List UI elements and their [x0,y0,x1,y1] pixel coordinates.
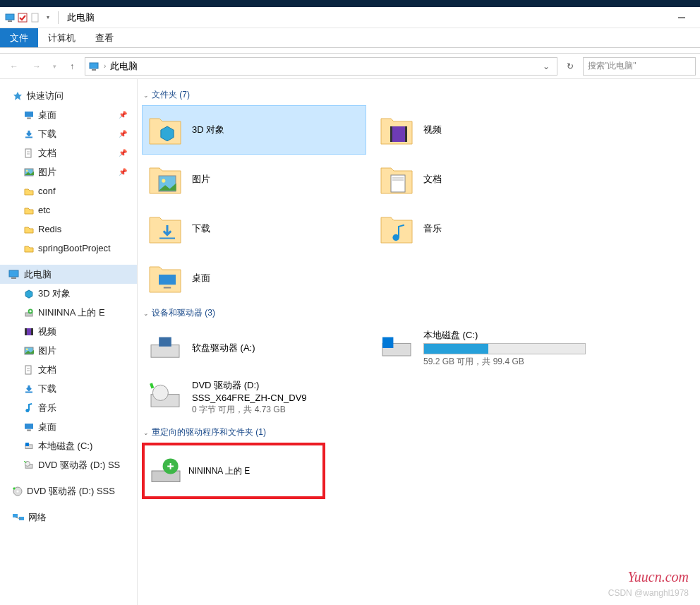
sidebar-item[interactable]: 音乐 [0,398,137,417]
svg-rect-10 [25,136,32,138]
svg-rect-1 [8,20,12,22]
music-icon [380,212,414,246]
sidebar-item[interactable]: 本地磁盘 (C:) [0,436,137,455]
pc-icon [8,270,20,280]
svg-rect-28 [25,391,32,393]
search-input[interactable]: 搜索"此电脑" [583,57,696,76]
svg-rect-22 [31,328,33,335]
refresh-button[interactable]: ↻ [560,56,580,76]
pictures-icon [24,167,34,177]
pin-icon: 📌 [119,168,127,176]
chevron-down-icon: ⌄ [143,429,149,436]
svg-rect-2 [18,13,27,22]
folder-tile[interactable]: 下载 [142,204,366,253]
svg-rect-16 [9,270,18,277]
network-icon [13,513,24,522]
pictures-icon [24,346,34,356]
svg-point-15 [26,169,28,172]
address-dropdown[interactable]: ⌄ [538,61,554,71]
sidebar-item[interactable]: 桌面 [0,417,137,436]
document-icon [380,162,414,196]
sidebar-item[interactable]: 3D 对象 [0,284,137,303]
svg-rect-54 [159,337,171,347]
forward-button[interactable]: → [27,56,47,76]
up-button[interactable]: ↑ [62,56,82,76]
remote-icon [24,308,34,318]
folder-tile[interactable]: 音乐 [373,204,598,253]
sidebar-item[interactable]: 文档 [0,360,137,379]
sidebar-dvd[interactable]: DVD 驱动器 (D:) SSS [0,481,137,501]
sidebar-item[interactable]: 桌面📌 [0,105,137,124]
sidebar-this-pc[interactable]: 此电脑 [0,265,137,284]
sidebar-item[interactable]: etc [0,200,137,220]
chevron-down-icon: ⌄ [143,92,149,99]
download-icon [148,212,182,246]
svg-marker-7 [13,92,22,100]
tab-view[interactable]: 查看 [85,28,123,47]
section-folders-header[interactable]: ⌄ 文件夹 (7) [143,89,696,101]
svg-rect-30 [25,424,33,429]
sidebar-network[interactable]: 网络 [0,508,137,527]
svg-rect-52 [164,287,171,288]
section-redirected-header[interactable]: ⌄ 重定向的驱动程序和文件夹 (1) [143,426,696,438]
sidebar-item[interactable]: 下载📌 [0,124,137,143]
section-devices-header[interactable]: ⌄ 设备和驱动器 (3) [143,307,696,319]
svg-rect-41 [390,126,407,142]
tab-file[interactable]: 文件 [0,28,38,47]
tab-computer[interactable]: 计算机 [38,28,85,47]
breadcrumb[interactable]: 此电脑 [110,60,138,73]
sidebar-item[interactable]: conf [0,181,137,200]
pin-icon: 📌 [119,130,127,138]
chevron-right-icon: › [104,62,106,70]
disk-icon [380,331,414,365]
device-tile[interactable]: DVD 驱动器 (D:)SSS_X64FRE_ZH-CN_DV90 字节 可用，… [142,373,366,422]
check-icon [17,12,28,23]
sidebar-item[interactable]: DVD 驱动器 (D:) SS [0,455,137,474]
folder-tile[interactable]: 桌面 [142,253,366,303]
folder-icon [24,186,34,196]
history-dropdown[interactable]: ▾ [49,56,59,76]
svg-rect-43 [405,126,407,142]
sidebar-item[interactable]: 视频 [0,322,137,341]
sidebar-item[interactable]: springBootProject [0,239,137,258]
svg-rect-59 [152,471,180,481]
chevron-down-icon[interactable]: ▾ [42,12,54,23]
minimize-button[interactable] [668,8,696,27]
redirected-tile[interactable]: NININNA 上的 E [142,443,325,499]
svg-point-24 [26,348,28,350]
sidebar-quick-access[interactable]: 快速访问 [0,86,137,105]
svg-rect-11 [25,149,31,157]
folder-tile[interactable]: 3D 对象 [142,105,366,155]
svg-rect-25 [25,366,31,374]
sidebar-item[interactable]: 文档📌 [0,143,137,162]
desktop-icon [24,110,34,120]
chevron-down-icon: ⌄ [143,310,149,317]
folder-tile[interactable]: 文档 [373,155,598,204]
sidebar-item[interactable]: 图片 [0,341,137,360]
dvd-icon [24,460,34,470]
desktop-icon [24,422,34,432]
3d-icon [24,289,34,299]
video-icon [380,113,414,147]
folder-icon [24,244,34,253]
svg-rect-31 [27,429,31,431]
sidebar-item[interactable]: 下载 [0,379,137,398]
folder-tile[interactable]: 视频 [373,105,598,155]
address-bar[interactable]: › 此电脑 ⌄ [85,57,557,76]
folder-icon [24,205,34,215]
svg-point-37 [17,490,19,492]
monitor-icon [4,12,16,23]
svg-rect-53 [151,345,179,358]
device-tile[interactable]: 软盘驱动器 (A:) [142,323,366,373]
folder-tile[interactable]: 图片 [142,155,366,204]
sidebar-item[interactable]: 图片📌 [0,162,137,181]
device-tile[interactable]: 本地磁盘 (C:)59.2 GB 可用，共 99.4 GB [373,323,598,373]
remote-icon [150,455,181,486]
sidebar-item[interactable]: Redis [0,220,137,239]
svg-rect-0 [6,14,14,20]
download-icon [24,384,34,394]
video-icon [24,327,34,337]
sidebar-item[interactable]: NININNA 上的 E [0,303,137,322]
back-button[interactable]: ← [4,56,24,76]
svg-rect-56 [382,337,393,348]
